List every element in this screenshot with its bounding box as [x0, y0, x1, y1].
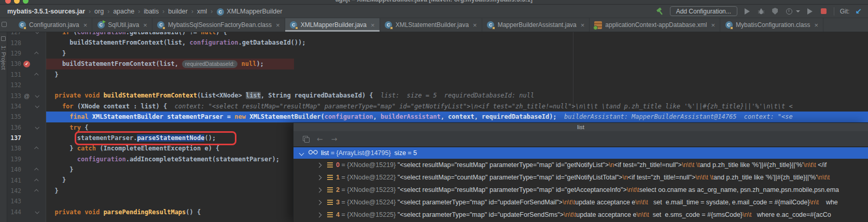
variable-row-root[interactable]: list = {ArrayList@14795} size = 5 — [293, 147, 868, 159]
tab-label: MybatisConfiguration.class — [736, 21, 810, 29]
fold-marker-icon[interactable] — [34, 178, 38, 183]
code-segment: private void — [47, 92, 103, 99]
code-line: 128 buildStatementFromContext(list, conf… — [7, 37, 868, 48]
value-segment: where e.ac_code=#{acCo — [751, 211, 831, 218]
line-number: 140 — [7, 166, 21, 173]
breakpoint-icon[interactable]: ✓ — [23, 61, 30, 67]
fold-marker-icon[interactable] — [34, 51, 38, 56]
chevron-right-icon[interactable] — [317, 212, 322, 217]
tool-window-icon[interactable] — [2, 22, 7, 27]
coverage-icon[interactable] — [771, 7, 779, 16]
tab-XMLStatementBuilder.java[interactable]: CXMLStatementBuilder.java× — [380, 18, 482, 32]
code-segment: .getDatabaseId() != — [126, 32, 201, 36]
run-secondary-icon[interactable] — [806, 7, 814, 16]
code-segment: new — [234, 113, 249, 120]
breadcrumb-item[interactable]: org — [94, 8, 104, 15]
gutter-cell: 140 — [7, 164, 46, 175]
array-element-row[interactable]: 3 = {XNode@15224} "<select parameterType… — [293, 196, 868, 209]
code-text: } — [47, 175, 66, 185]
project-stripe-label[interactable]: 1: Project — [1, 46, 7, 70]
value-segment: \n\t\t \t — [682, 161, 700, 169]
code-segment: configuration — [190, 39, 239, 46]
chevron-right-icon[interactable] — [317, 175, 322, 180]
fold-marker-icon[interactable] — [35, 32, 39, 34]
tab-SqlUtil.java[interactable]: CSqlUtil.java× — [92, 18, 152, 32]
chevron-right-icon[interactable] — [317, 162, 322, 168]
profiler-icon[interactable] — [785, 7, 793, 16]
tab-label: applicationContext-appDatabase.xml — [605, 21, 707, 29]
chevron-right-icon[interactable] — [317, 187, 322, 192]
tab-MybatisConfiguration.class[interactable]: CMybatisConfiguration.class× — [720, 18, 823, 32]
git-update-icon[interactable]: ↙ — [855, 8, 862, 15]
fold-marker-icon[interactable] — [35, 125, 39, 129]
fold-marker-icon[interactable] — [35, 93, 39, 98]
tab-MybatisSqlSessionFactoryBean.class[interactable]: CMybatisSqlSessionFactoryBean.class× — [152, 18, 285, 32]
breadcrumb-separator: › — [191, 8, 193, 15]
fold-slot — [32, 147, 41, 150]
run-icon[interactable] — [743, 7, 751, 16]
code-segment: .addIncompleteStatement(statementParser)… — [126, 156, 279, 163]
tab-close-icon[interactable]: × — [814, 21, 818, 29]
breadcrumb-item[interactable]: builder — [168, 8, 188, 15]
array-element-row[interactable]: 0 = {XNode@15219} "<select resultMap="re… — [293, 159, 868, 171]
tab-close-icon[interactable]: × — [83, 21, 88, 29]
code-segment: , — [373, 113, 381, 120]
breadcrumb-item[interactable]: apache — [113, 8, 134, 15]
chevron-right-icon[interactable] — [317, 200, 322, 205]
fold-marker-icon[interactable] — [34, 168, 38, 172]
tab-close-icon[interactable]: × — [371, 21, 375, 29]
value-segment: \n\t\t — [564, 211, 576, 218]
fold-marker-icon[interactable] — [34, 147, 38, 151]
stop-icon[interactable] — [820, 7, 828, 16]
line-number: 132 — [7, 81, 21, 89]
copy-value-icon[interactable] — [303, 136, 309, 142]
run-options-dropdown-icon[interactable] — [796, 10, 800, 12]
tab-Configuration.java[interactable]: CConfiguration.java× — [13, 18, 92, 32]
breadcrumb-item[interactable]: xml — [197, 8, 207, 15]
tab-close-icon[interactable]: × — [581, 21, 585, 29]
forward-icon[interactable]: → — [331, 135, 338, 143]
gutter-icon-slot: ✓ — [21, 61, 32, 67]
tab-applicationContext-appDatabase.xml[interactable]: applicationContext-appDatabase.xml× — [590, 18, 720, 32]
fold-slot — [32, 73, 41, 76]
back-icon[interactable]: ← — [317, 135, 323, 143]
project-stripe-icon[interactable] — [1, 36, 6, 41]
class-icon-letter: C — [217, 8, 224, 16]
array-element-row[interactable]: 2 = {XNode@15223} "<select resultMap="re… — [293, 184, 868, 196]
code-text: } — [47, 48, 66, 59]
equals-sign: = — [340, 186, 347, 193]
fold-slot — [32, 189, 41, 192]
code-segment: catch — [77, 145, 100, 152]
value-segment: \n — [609, 161, 614, 169]
breadcrumb-item[interactable]: ibatis — [144, 8, 159, 15]
tab-XMLMapperBuilder.java[interactable]: CXMLMapperBuilder.java× — [285, 18, 380, 32]
fold-marker-icon[interactable] — [35, 210, 39, 214]
value-segment: whe — [819, 199, 838, 206]
breadcrumb-item[interactable]: mybatis-3.5.1-sources.jar — [7, 8, 85, 15]
fold-marker-icon[interactable] — [34, 73, 38, 77]
tab-close-icon[interactable]: × — [473, 21, 477, 29]
fold-slot — [32, 94, 41, 98]
fold-marker-icon[interactable] — [34, 189, 38, 193]
tab-MapperBuilderAssistant.java[interactable]: CMapperBuilderAssistant.java× — [482, 18, 590, 32]
tab-close-icon[interactable]: × — [276, 21, 280, 29]
tab-label: MapperBuilderAssistant.java — [498, 21, 577, 29]
array-element-row[interactable]: 1 = {XNode@15222} "<select resultMap="co… — [293, 171, 868, 184]
array-element-row[interactable]: 4 = {XNode@15225} "<select parameterType… — [293, 209, 868, 221]
breadcrumb-separator: › — [89, 8, 91, 15]
add-configuration-button[interactable]: Add Configuration... — [670, 6, 737, 16]
breadcrumb-class-item[interactable]: XMLMapperBuilder — [227, 8, 282, 15]
code-segment: null — [201, 32, 216, 36]
tab-close-icon[interactable]: × — [143, 21, 147, 29]
breadcrumb-separator: › — [138, 8, 140, 15]
equals-sign: = — [329, 149, 336, 157]
line-number: 127 — [7, 32, 21, 36]
code-segment: try — [47, 124, 85, 131]
tab-close-icon[interactable]: × — [711, 21, 715, 29]
fold-marker-icon[interactable] — [35, 104, 39, 108]
value-segment: \n\t — [810, 199, 819, 206]
debug-icon[interactable] — [757, 7, 765, 16]
line-number: 128 — [7, 39, 21, 47]
build-hammer-icon[interactable] — [656, 7, 664, 16]
value-segment: \n\t\t — [635, 199, 648, 206]
